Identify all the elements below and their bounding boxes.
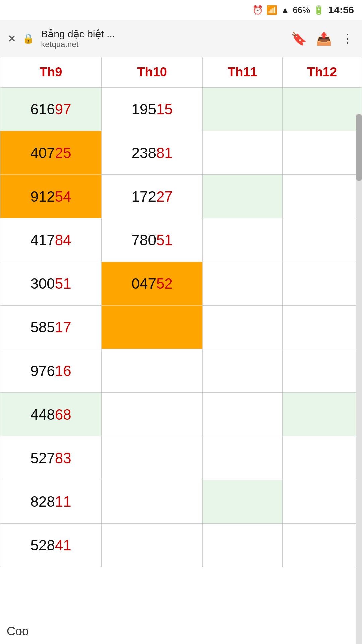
cell-number-red: 81 xyxy=(156,145,173,161)
table-cell xyxy=(282,131,362,175)
table-cell xyxy=(203,306,282,349)
table-cell: 52783 xyxy=(0,436,102,480)
table-cell xyxy=(203,218,282,262)
cell-number-black: 047 xyxy=(131,275,156,292)
table-cell: 78051 xyxy=(102,218,203,262)
data-table: Th9 Th10 Th11 Th12 616971951540725238819… xyxy=(0,57,362,567)
table-row: 82811 xyxy=(0,480,362,524)
table-cell xyxy=(203,349,282,393)
table-cell: 23881 xyxy=(102,131,203,175)
table-cell xyxy=(102,306,203,349)
cell-number-black: 976 xyxy=(30,363,55,379)
status-icons: ⏰ 📶 ▲ 66% 🔋 xyxy=(252,5,324,15)
table-cell: 52841 xyxy=(0,524,102,567)
cell-number-red: 51 xyxy=(55,275,71,292)
table-cell xyxy=(203,262,282,306)
cell-number-red: 83 xyxy=(55,450,71,466)
url-area[interactable]: Bảng đặc biệt ... ketqua.net xyxy=(41,28,284,49)
table-cell: 82811 xyxy=(0,480,102,524)
table-cell: 30051 xyxy=(0,262,102,306)
lock-icon: 🔒 xyxy=(22,33,34,44)
cell-number-red: 51 xyxy=(156,232,173,248)
table-cell: 19515 xyxy=(102,88,203,131)
table-cell: 04752 xyxy=(102,262,203,306)
cell-number-red: 11 xyxy=(55,493,71,510)
table-cell xyxy=(282,306,362,349)
cell-number-black: 195 xyxy=(131,101,156,117)
table-cell xyxy=(203,175,282,218)
table-cell xyxy=(203,524,282,567)
status-bar: ⏰ 📶 ▲ 66% 🔋 14:56 xyxy=(0,0,362,20)
table-cell: 44868 xyxy=(0,393,102,436)
cell-number-black: 448 xyxy=(30,406,55,423)
cell-number-black: 780 xyxy=(131,232,156,248)
clock: 14:56 xyxy=(328,4,354,16)
table-cell: 58517 xyxy=(0,306,102,349)
cell-number-black: 527 xyxy=(30,450,55,466)
table-cell xyxy=(282,175,362,218)
scrollbar-thumb[interactable] xyxy=(356,114,362,181)
table-cell xyxy=(102,480,203,524)
browser-chrome: × 🔒 Bảng đặc biệt ... ketqua.net 🔖 📤 ⋮ xyxy=(0,20,362,57)
table-cell: 40725 xyxy=(0,131,102,175)
table-cell xyxy=(282,436,362,480)
cell-number-red: 16 xyxy=(55,363,71,379)
wifi-icon: 📶 xyxy=(266,5,277,15)
cell-number-red: 97 xyxy=(55,101,71,117)
table-row: 3005104752 xyxy=(0,262,362,306)
cell-number-red: 25 xyxy=(55,145,71,161)
table-cell: 61697 xyxy=(0,88,102,131)
table-row: 6169719515 xyxy=(0,88,362,131)
table-row: 97616 xyxy=(0,349,362,393)
menu-icon[interactable]: ⋮ xyxy=(341,31,354,46)
cell-number-red: 84 xyxy=(55,232,71,248)
table-cell xyxy=(203,131,282,175)
table-cell xyxy=(282,88,362,131)
table-cell xyxy=(203,436,282,480)
table-cell: 97616 xyxy=(0,349,102,393)
table-header-row: Th9 Th10 Th11 Th12 xyxy=(0,57,362,88)
battery-icon: 🔋 xyxy=(313,5,324,15)
col-header-th10: Th10 xyxy=(102,57,203,88)
table-cell: 41784 xyxy=(0,218,102,262)
cell-number-black: 528 xyxy=(30,537,55,553)
scrollbar-track[interactable] xyxy=(356,114,362,644)
table-cell xyxy=(102,393,203,436)
close-button[interactable]: × xyxy=(8,31,16,46)
cell-number-black: 828 xyxy=(30,493,55,510)
cell-number-black: 912 xyxy=(30,188,55,205)
cell-number-red: 68 xyxy=(55,406,71,423)
cell-number-red: 52 xyxy=(156,275,173,292)
bottom-nav-label: Coo xyxy=(0,618,107,644)
signal-icon: ▲ xyxy=(281,5,289,15)
col-header-th9: Th9 xyxy=(0,57,102,88)
table-row: 4072523881 xyxy=(0,131,362,175)
alarm-icon: ⏰ xyxy=(252,5,263,15)
share-icon[interactable]: 📤 xyxy=(316,31,332,46)
table-row: 4178478051 xyxy=(0,218,362,262)
cell-number-red: 17 xyxy=(55,319,71,335)
bookmark-icon[interactable]: 🔖 xyxy=(291,31,307,46)
table-cell xyxy=(102,436,203,480)
table-cell: 17227 xyxy=(102,175,203,218)
col-header-th12: Th12 xyxy=(282,57,362,88)
table-cell xyxy=(282,262,362,306)
table-row: 44868 xyxy=(0,393,362,436)
cell-number-black: 417 xyxy=(30,232,55,248)
col-header-th11: Th11 xyxy=(203,57,282,88)
page-domain: ketqua.net xyxy=(41,40,284,49)
cell-number-red: 27 xyxy=(156,188,173,205)
table-row: 52841 xyxy=(0,524,362,567)
cell-number-black: 300 xyxy=(30,275,55,292)
table-cell xyxy=(203,88,282,131)
cell-number-black: 407 xyxy=(30,145,55,161)
cell-number-black: 585 xyxy=(30,319,55,335)
table-cell xyxy=(282,349,362,393)
table-cell xyxy=(282,480,362,524)
table-row: 58517 xyxy=(0,306,362,349)
cell-number-red: 54 xyxy=(55,188,71,205)
table-cell xyxy=(282,524,362,567)
table-cell xyxy=(282,393,362,436)
cell-number-black: 616 xyxy=(30,101,55,117)
table-cell xyxy=(203,393,282,436)
